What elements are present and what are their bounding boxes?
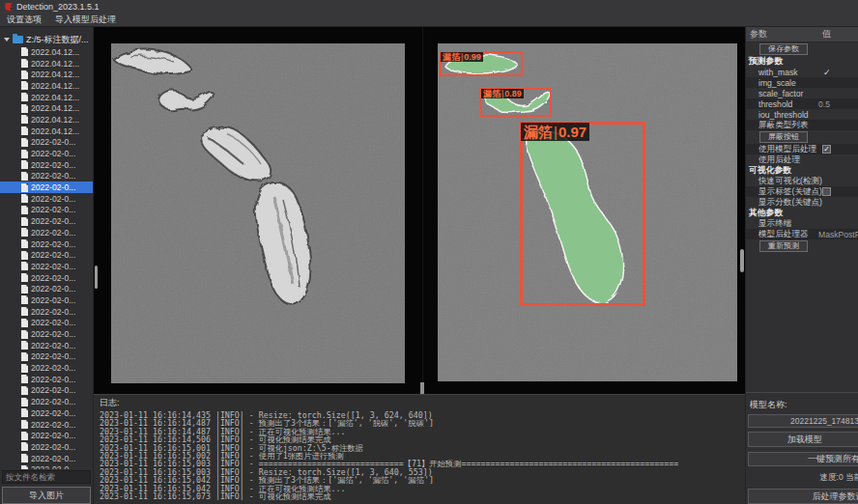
file-icon	[21, 251, 28, 260]
tree-item-label: 2022-02-0...	[31, 171, 75, 181]
file-icon	[21, 375, 28, 383]
viewer-left-scrollbar[interactable]	[95, 266, 98, 289]
tree-item[interactable]: 2022-02-0...	[0, 215, 93, 227]
panel-divider-handle[interactable]	[420, 382, 424, 394]
param-button-row: 保存参数	[746, 42, 858, 56]
tree-root-label: Z:/5-标注数据/...	[26, 34, 89, 46]
tree-item[interactable]: 2022-02-0...	[0, 238, 93, 250]
param-row[interactable]: 显示终端	[746, 218, 858, 229]
param-row[interactable]: 屏蔽类型列表	[746, 120, 858, 130]
tree-item[interactable]: 2022.04.12...	[0, 80, 93, 92]
log-panel[interactable]: 日志: 2023-01-11 16:16:14,435 |INFO| - Res…	[94, 394, 745, 504]
param-row[interactable]: 使用模型后处理✓	[746, 144, 858, 154]
tree-item[interactable]: 2022-02-0...	[0, 441, 93, 453]
tree-item-label: 2022-02-0...	[31, 273, 75, 283]
param-row[interactable]: 模型后处理器MaskPostPro	[746, 229, 858, 239]
tree-item[interactable]: 2022-02-0...	[0, 306, 93, 318]
file-icon	[21, 341, 28, 350]
tree-item[interactable]: 2022.04.12...	[0, 114, 93, 126]
param-row[interactable]: threshold0.5	[746, 98, 858, 109]
tree-item[interactable]: 2022-02-0...	[0, 407, 93, 419]
checkbox-empty-icon[interactable]	[822, 187, 831, 196]
menu-item-0[interactable]: 设置选项	[7, 14, 42, 26]
predict-all-button[interactable]: 一键预测所有图片	[748, 452, 858, 466]
tree-item[interactable]: 2022-02-0...	[0, 159, 93, 171]
model-name-field[interactable]: 20221225_174813	[748, 414, 858, 428]
tree-item[interactable]: 2022-02-0...	[0, 351, 93, 363]
tree-item-label: 2022.04.12...	[31, 70, 79, 79]
log-line: 2023-01-11 16:16:14,435 |INFO| - Resize:…	[100, 411, 745, 419]
tree-item[interactable]: 2022.04.12...	[0, 69, 93, 80]
file-icon	[21, 420, 28, 429]
tree-item[interactable]: 2022-02-0...	[0, 148, 93, 159]
postprocess-settings-button[interactable]: 后处理参数设置	[748, 489, 858, 504]
tree-item[interactable]: 2022-02-0...	[0, 374, 93, 385]
tree-item[interactable]: 2022-02-0...	[0, 430, 93, 441]
tree-item[interactable]: 2022-02-0...	[0, 463, 93, 469]
tree-item[interactable]: 2022-02-0...	[0, 294, 93, 306]
tree-item[interactable]: 2022-02-0...	[0, 283, 93, 294]
tree-item-label: 2022-02-0...	[31, 182, 75, 192]
tree-item[interactable]: 2022.04.12...	[0, 126, 93, 137]
detection-score-text: 0.97	[558, 124, 586, 140]
param-row[interactable]: iou_threshold	[746, 109, 858, 120]
param-row[interactable]: 显示标签(关键点)	[746, 186, 858, 197]
param-row[interactable]: scale_factor	[746, 88, 858, 98]
tree-item[interactable]: 2022-02-0...	[0, 193, 93, 205]
log-line: 2023-01-11 16:16:14,487 |INFO| - 预测出了3个结…	[100, 419, 745, 427]
tree-item[interactable]: 2022-02-0...	[0, 182, 93, 193]
tree-item[interactable]: 2022-02-0...	[0, 205, 93, 216]
file-icon	[21, 307, 28, 316]
check-icon: ✓	[823, 68, 831, 77]
load-model-button[interactable]: 加载模型	[748, 432, 858, 447]
tree-item[interactable]: 2022-02-0...	[0, 385, 93, 397]
tree-item-label: 2022-02-0...	[31, 295, 75, 305]
file-icon	[21, 228, 28, 237]
tree-item[interactable]: 2022.04.12...	[0, 58, 93, 70]
filename-search-input[interactable]	[2, 470, 91, 484]
param-row[interactable]: 显示分数(关键点)	[746, 197, 858, 208]
tree-item-label: 2022-02-0...	[31, 454, 75, 463]
prediction-image-panel[interactable]: 漏箔|0.99漏箔|0.89漏箔|0.97	[438, 43, 737, 381]
save-params-button[interactable]: 保存参数	[759, 43, 808, 55]
tree-item[interactable]: 2022-02-0...	[0, 328, 93, 340]
model-name-label: 模型名称:	[750, 399, 858, 411]
param-label: iou_threshold	[758, 110, 809, 120]
tree-item[interactable]: 2022-02-0...	[0, 171, 93, 182]
tree-item[interactable]: 2022.04.12...	[0, 102, 93, 114]
import-images-button[interactable]: 导入图片	[2, 487, 91, 504]
tree-item[interactable]: 2022-02-0...	[0, 362, 93, 374]
tree-item[interactable]: 2022.04.12...	[0, 46, 93, 58]
tree-root-folder[interactable]: Z:/5-标注数据/...	[0, 33, 93, 46]
tree-item[interactable]: 2022-02-0...	[0, 137, 93, 149]
tree-item[interactable]: 2022-02-0...	[0, 261, 93, 272]
tree-item[interactable]: 2022-02-0...	[0, 396, 93, 407]
tree-item[interactable]: 2022-02-0...	[0, 249, 93, 261]
tree-item[interactable]: 2022-02-0...	[0, 272, 93, 284]
file-icon	[21, 465, 28, 469]
tree-item[interactable]: 2022-02-0...	[0, 453, 93, 464]
original-image-panel[interactable]	[111, 43, 405, 383]
tree-item[interactable]: 2022-02-0...	[0, 318, 93, 329]
tree-item[interactable]: 2022-02-0...	[0, 227, 93, 238]
param-row[interactable]: 快速可视化(检测)	[746, 176, 858, 186]
center-scrollbar[interactable]	[740, 249, 744, 272]
params-table: 保存参数预测参数with_mask✓img_scalescale_factort…	[746, 42, 858, 253]
log-line: 2023-01-11 16:16:15,003 |INFO| - Resize:…	[100, 468, 745, 476]
re-predict-button[interactable]: 重新预测	[759, 240, 808, 252]
param-row[interactable]: 使用后处理	[746, 154, 858, 165]
param-label: with_mask	[758, 68, 798, 77]
param-row[interactable]: img_scale	[746, 77, 858, 88]
param-row[interactable]: with_mask✓	[746, 67, 858, 77]
file-icon	[21, 432, 28, 440]
tree-item-label: 2022-02-0...	[31, 464, 75, 469]
mask-types-button[interactable]: 屏蔽按钮	[759, 131, 808, 143]
main-area: Z:/5-标注数据/... 2022.04.12...2022.04.12...…	[0, 27, 858, 504]
menu-item-1[interactable]: 导入模型后处理	[55, 14, 116, 26]
tree-item[interactable]: 2022-02-0...	[0, 419, 93, 431]
checkbox-checked-icon[interactable]: ✓	[822, 145, 831, 154]
tree-item[interactable]: 2022-02-0...	[0, 340, 93, 351]
tree-item-label: 2022-02-0...	[31, 431, 75, 440]
params-table-header: 参数 值	[746, 27, 858, 42]
tree-item[interactable]: 2022.04.12...	[0, 92, 93, 103]
